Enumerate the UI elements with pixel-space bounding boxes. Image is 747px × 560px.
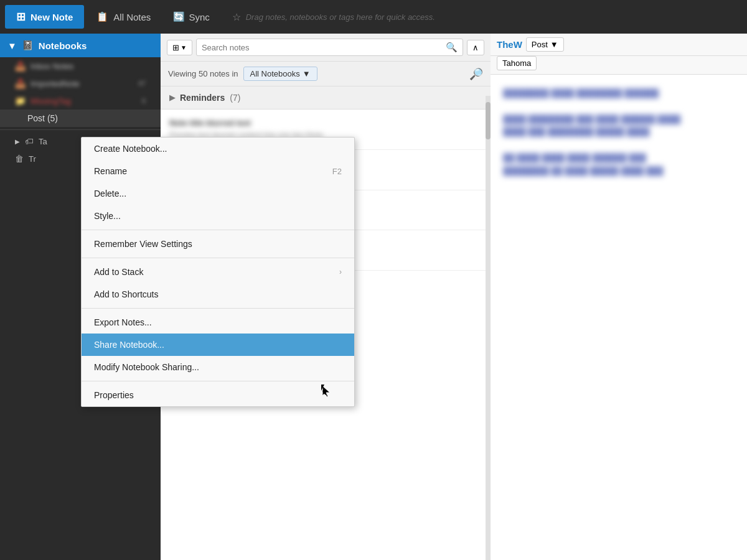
menu-separator-4 (82, 258, 354, 258)
format-dropdown-arrow: ▼ (550, 40, 558, 49)
view-dropdown-arrow: ▼ (181, 44, 187, 51)
sidebar-item-inbox[interactable]: 📥 Inbox Notes (0, 57, 161, 75)
shortcuts-placeholder: Drag notes, notebooks or tags here for q… (246, 12, 435, 22)
reminders-count: (7) (230, 93, 240, 103)
menu-item-label-1: Rename (94, 166, 127, 176)
editor-toolbar: TheW Post ▼ (491, 34, 747, 56)
sync-icon: 🔄 (173, 11, 185, 22)
inbox-label: Inbox Notes (31, 62, 73, 71)
collapse-button[interactable]: ∧ (467, 40, 484, 55)
font-label: Tahoma (502, 58, 531, 68)
missing-label: MissingTag (31, 96, 71, 106)
sync-button[interactable]: 🔄 Sync (163, 5, 219, 29)
editor-font-toolbar: Tahoma (491, 56, 747, 75)
dropdown-arrow: ▼ (303, 69, 311, 78)
new-note-icon: ⊞ (16, 10, 26, 24)
chevron-up-icon: ∧ (472, 43, 479, 52)
menu-item-label-7: Export Notes... (94, 317, 152, 327)
notes-toolbar: ⊞ ▼ 🔍 ∧ (161, 34, 491, 62)
scrollbar-track[interactable] (486, 96, 491, 560)
new-note-label: New Note (31, 12, 73, 22)
star-icon: ☆ (232, 11, 241, 23)
format-label: Post (532, 40, 548, 49)
menu-item-label-0: Create Notebook... (94, 144, 167, 154)
editor-font-dropdown[interactable]: Tahoma (497, 56, 537, 70)
search-box: 🔍 (196, 39, 463, 56)
imported-badge: 47 (138, 80, 146, 87)
tags-label: Ta (39, 137, 47, 146)
editor-title: TheW (497, 39, 522, 50)
editor-format-dropdown[interactable]: Post ▼ (526, 37, 564, 52)
notebooks-dropdown-label: All Notebooks (250, 69, 300, 78)
all-notes-label: All Notes (113, 12, 151, 22)
all-notes-button[interactable]: 📋 All Notes (87, 5, 161, 29)
sync-label: Sync (189, 12, 209, 22)
reminder-search-button[interactable]: 🔎 (469, 67, 483, 81)
missing-icon: 📁 (15, 96, 26, 106)
trash-icon: 🗑 (15, 154, 24, 164)
inbox-icon: 📥 (15, 61, 26, 71)
editor-blurred-content: ████████ ████ ████████ ██████ ████ █████… (503, 87, 735, 178)
new-note-button[interactable]: ⊞ New Note (5, 5, 84, 29)
grid-icon: ⊞ (172, 43, 179, 52)
menu-separator-6 (82, 308, 354, 309)
notebooks-title: Notebooks (39, 40, 87, 51)
search-input[interactable] (202, 43, 442, 52)
submenu-arrow-5: › (339, 268, 342, 276)
menu-item-shortcut-1: F2 (332, 167, 342, 176)
menu-item-2[interactable]: Delete... (82, 182, 354, 205)
menu-item-label-8: Share Notebook... (94, 340, 164, 350)
collapse-arrow: ▼ (7, 40, 17, 51)
tag-icon: 🏷 (25, 136, 34, 146)
editor-content[interactable]: ████████ ████ ████████ ██████ ████ █████… (491, 75, 747, 560)
note-title-1: Note title blurred text (169, 118, 482, 128)
editor-panel: TheW Post ▼ Tahoma ████████ ████ ███████… (491, 34, 747, 560)
menu-item-6[interactable]: Add to Shortcuts (82, 283, 354, 306)
menu-item-8[interactable]: Share Notebook... (82, 334, 354, 356)
menu-item-9[interactable]: Modify Notebook Sharing... (82, 356, 354, 378)
post-label: Post (5) (27, 113, 58, 123)
menu-item-label-3: Style... (94, 211, 121, 221)
reminders-label: Reminders (180, 93, 225, 103)
menu-item-7[interactable]: Export Notes... (82, 311, 354, 334)
menu-item-label-10: Properties (94, 390, 134, 400)
scrollbar-thumb[interactable] (486, 102, 491, 139)
menu-item-10[interactable]: Properties (82, 384, 354, 406)
sidebar-divider-1 (0, 129, 161, 130)
missing-badge: 6 (142, 97, 146, 105)
menu-item-label-5: Add to Stack (94, 267, 143, 277)
notebooks-dropdown-button[interactable]: All Notebooks ▼ (243, 67, 317, 81)
shortcuts-bar: ☆ Drag notes, notebooks or tags here for… (222, 11, 742, 23)
menu-item-label-4: Remember View Settings (94, 239, 192, 249)
all-notes-icon: 📋 (96, 11, 108, 22)
search-icon: 🔍 (446, 42, 458, 53)
menu-separator-3 (82, 230, 354, 230)
reminders-row[interactable]: ▶ Reminders (7) (161, 86, 491, 110)
menu-item-label-9: Modify Notebook Sharing... (94, 362, 199, 372)
sidebar-item-imported[interactable]: 📥 ImportedNote 47 (0, 75, 161, 92)
house-search-icon: 🔎 (469, 68, 483, 80)
expand-arrow: ▶ (15, 138, 20, 145)
menu-item-3[interactable]: Style... (82, 205, 354, 227)
imported-label: ImportedNote (31, 79, 80, 88)
menu-item-0[interactable]: Create Notebook... (82, 138, 354, 160)
reminders-expand-arrow: ▶ (169, 93, 175, 102)
notebooks-header[interactable]: ▼ 📓 Notebooks (0, 34, 161, 57)
menu-item-1[interactable]: RenameF2 (82, 160, 354, 182)
menu-item-label-2: Delete... (94, 189, 126, 198)
sidebar-item-missing[interactable]: 📁 MissingTag 6 (0, 92, 161, 110)
trash-label: Tr (29, 154, 36, 164)
menu-item-5[interactable]: Add to Stack› (82, 261, 354, 283)
menu-item-label-6: Add to Shortcuts (94, 289, 159, 299)
view-mode-button[interactable]: ⊞ ▼ (167, 40, 192, 55)
notes-filter-bar: Viewing 50 notes in All Notebooks ▼ 🔎 (161, 62, 491, 86)
viewing-text: Viewing 50 notes in (168, 69, 238, 78)
sidebar-item-post[interactable]: Post (5) (0, 110, 161, 127)
context-menu: Create Notebook...RenameF2Delete...Style… (81, 137, 355, 407)
imported-icon: 📥 (15, 78, 26, 88)
notebooks-icon: 📓 (22, 40, 34, 51)
menu-item-4[interactable]: Remember View Settings (82, 233, 354, 255)
top-toolbar: ⊞ New Note 📋 All Notes 🔄 Sync ☆ Drag not… (0, 0, 747, 34)
menu-separator-9 (82, 381, 354, 381)
